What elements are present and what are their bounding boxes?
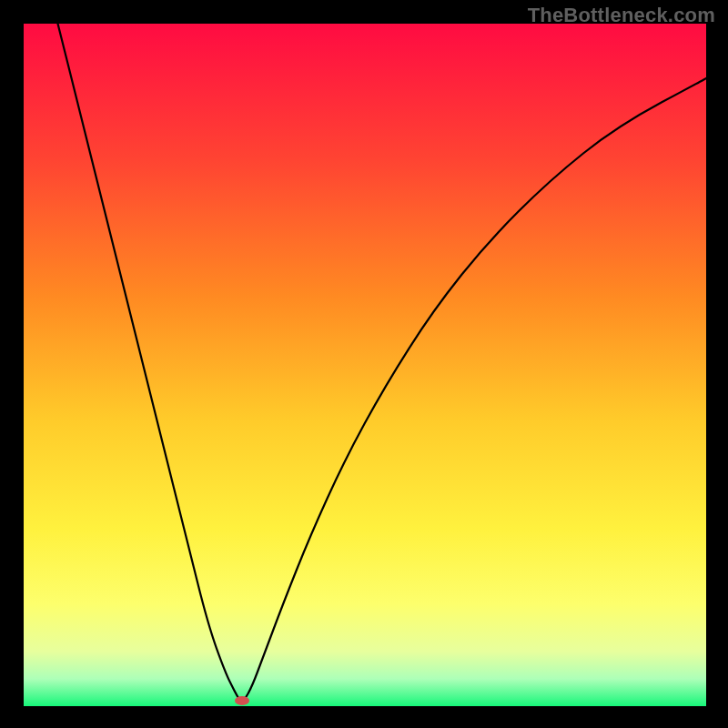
optimal-marker [235, 696, 249, 705]
chart-container: TheBottleneck.com [0, 0, 728, 728]
gradient-background [24, 24, 706, 706]
plot-area [24, 24, 706, 706]
chart-svg [24, 24, 706, 706]
